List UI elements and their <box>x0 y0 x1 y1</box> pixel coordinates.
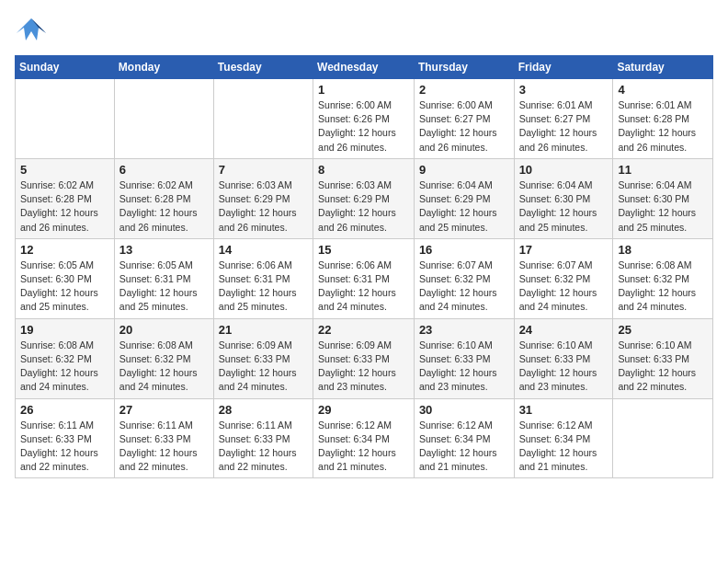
day-number: 10 <box>519 163 609 177</box>
calendar-cell: 30Sunrise: 6:12 AM Sunset: 6:34 PM Dayli… <box>414 398 514 478</box>
day-number: 28 <box>219 403 308 417</box>
day-number: 11 <box>618 163 708 177</box>
day-info: Sunrise: 6:08 AM Sunset: 6:32 PM Dayligh… <box>20 339 109 395</box>
calendar-week-row: 5Sunrise: 6:02 AM Sunset: 6:28 PM Daylig… <box>16 158 713 238</box>
calendar-cell: 7Sunrise: 6:03 AM Sunset: 6:29 PM Daylig… <box>213 158 313 238</box>
day-header-wednesday: Wednesday <box>313 56 415 79</box>
calendar-cell: 31Sunrise: 6:12 AM Sunset: 6:34 PM Dayli… <box>514 398 613 478</box>
day-header-thursday: Thursday <box>414 56 514 79</box>
calendar-cell: 5Sunrise: 6:02 AM Sunset: 6:28 PM Daylig… <box>16 158 115 238</box>
day-number: 21 <box>219 323 308 337</box>
day-number: 17 <box>519 243 609 257</box>
calendar-cell: 24Sunrise: 6:10 AM Sunset: 6:33 PM Dayli… <box>514 318 613 398</box>
day-info: Sunrise: 6:06 AM Sunset: 6:31 PM Dayligh… <box>219 259 308 315</box>
calendar-cell: 25Sunrise: 6:10 AM Sunset: 6:33 PM Dayli… <box>613 318 713 398</box>
day-info: Sunrise: 6:02 AM Sunset: 6:28 PM Dayligh… <box>20 178 109 235</box>
calendar-cell: 1Sunrise: 6:00 AM Sunset: 6:26 PM Daylig… <box>313 79 415 159</box>
calendar-cell: 27Sunrise: 6:11 AM Sunset: 6:33 PM Dayli… <box>114 398 213 478</box>
calendar-cell: 3Sunrise: 6:01 AM Sunset: 6:27 PM Daylig… <box>514 79 613 159</box>
calendar-cell: 20Sunrise: 6:08 AM Sunset: 6:32 PM Dayli… <box>114 318 213 398</box>
day-info: Sunrise: 6:03 AM Sunset: 6:29 PM Dayligh… <box>318 178 409 235</box>
day-info: Sunrise: 6:00 AM Sunset: 6:26 PM Dayligh… <box>318 98 409 155</box>
day-number: 31 <box>519 403 609 417</box>
calendar-cell: 9Sunrise: 6:04 AM Sunset: 6:29 PM Daylig… <box>414 158 514 238</box>
day-number: 6 <box>119 163 209 177</box>
calendar-cell: 10Sunrise: 6:04 AM Sunset: 6:30 PM Dayli… <box>514 158 613 238</box>
calendar-cell: 2Sunrise: 6:00 AM Sunset: 6:27 PM Daylig… <box>414 79 514 159</box>
day-info: Sunrise: 6:10 AM Sunset: 6:33 PM Dayligh… <box>519 339 609 395</box>
day-header-saturday: Saturday <box>613 56 713 79</box>
calendar-cell: 29Sunrise: 6:12 AM Sunset: 6:34 PM Dayli… <box>313 398 415 478</box>
day-number: 3 <box>519 83 609 97</box>
calendar-cell: 14Sunrise: 6:06 AM Sunset: 6:31 PM Dayli… <box>213 238 313 318</box>
day-number: 16 <box>419 243 509 257</box>
day-info: Sunrise: 6:03 AM Sunset: 6:29 PM Dayligh… <box>219 178 308 235</box>
logo <box>15 15 51 48</box>
day-info: Sunrise: 6:04 AM Sunset: 6:30 PM Dayligh… <box>519 178 609 235</box>
day-info: Sunrise: 6:11 AM Sunset: 6:33 PM Dayligh… <box>20 419 109 475</box>
day-number: 24 <box>519 323 609 337</box>
calendar-table: SundayMondayTuesdayWednesdayThursdayFrid… <box>15 55 713 478</box>
day-info: Sunrise: 6:02 AM Sunset: 6:28 PM Dayligh… <box>119 178 209 235</box>
day-info: Sunrise: 6:05 AM Sunset: 6:30 PM Dayligh… <box>20 259 109 315</box>
day-info: Sunrise: 6:05 AM Sunset: 6:31 PM Dayligh… <box>119 259 209 315</box>
calendar-week-row: 1Sunrise: 6:00 AM Sunset: 6:26 PM Daylig… <box>16 79 713 159</box>
day-number: 20 <box>119 323 209 337</box>
day-info: Sunrise: 6:12 AM Sunset: 6:34 PM Dayligh… <box>419 419 509 475</box>
day-header-sunday: Sunday <box>16 56 115 79</box>
day-info: Sunrise: 6:10 AM Sunset: 6:33 PM Dayligh… <box>419 339 509 395</box>
calendar-cell: 6Sunrise: 6:02 AM Sunset: 6:28 PM Daylig… <box>114 158 213 238</box>
day-info: Sunrise: 6:04 AM Sunset: 6:29 PM Dayligh… <box>419 178 509 235</box>
day-number: 7 <box>219 163 308 177</box>
day-info: Sunrise: 6:04 AM Sunset: 6:30 PM Dayligh… <box>618 178 708 235</box>
day-number: 25 <box>618 323 708 337</box>
calendar-cell: 18Sunrise: 6:08 AM Sunset: 6:32 PM Dayli… <box>613 238 713 318</box>
calendar-cell: 15Sunrise: 6:06 AM Sunset: 6:31 PM Dayli… <box>313 238 415 318</box>
calendar-cell: 23Sunrise: 6:10 AM Sunset: 6:33 PM Dayli… <box>414 318 514 398</box>
day-info: Sunrise: 6:12 AM Sunset: 6:34 PM Dayligh… <box>318 419 409 475</box>
day-header-monday: Monday <box>114 56 213 79</box>
day-number: 2 <box>419 83 509 97</box>
day-number: 4 <box>618 83 708 97</box>
calendar-cell: 16Sunrise: 6:07 AM Sunset: 6:32 PM Dayli… <box>414 238 514 318</box>
day-number: 5 <box>20 163 109 177</box>
calendar-cell: 19Sunrise: 6:08 AM Sunset: 6:32 PM Dayli… <box>16 318 115 398</box>
day-info: Sunrise: 6:01 AM Sunset: 6:27 PM Dayligh… <box>519 98 609 155</box>
calendar-cell <box>16 79 115 159</box>
calendar-cell: 8Sunrise: 6:03 AM Sunset: 6:29 PM Daylig… <box>313 158 415 238</box>
calendar-cell: 17Sunrise: 6:07 AM Sunset: 6:32 PM Dayli… <box>514 238 613 318</box>
day-info: Sunrise: 6:06 AM Sunset: 6:31 PM Dayligh… <box>318 259 409 315</box>
day-info: Sunrise: 6:09 AM Sunset: 6:33 PM Dayligh… <box>318 339 409 395</box>
calendar-header-row: SundayMondayTuesdayWednesdayThursdayFrid… <box>16 56 713 79</box>
calendar-week-row: 12Sunrise: 6:05 AM Sunset: 6:30 PM Dayli… <box>16 238 713 318</box>
calendar-cell <box>213 79 313 159</box>
day-info: Sunrise: 6:11 AM Sunset: 6:33 PM Dayligh… <box>119 419 209 475</box>
day-info: Sunrise: 6:12 AM Sunset: 6:34 PM Dayligh… <box>519 419 609 475</box>
calendar-cell: 12Sunrise: 6:05 AM Sunset: 6:30 PM Dayli… <box>16 238 115 318</box>
calendar-cell <box>114 79 213 159</box>
day-number: 12 <box>20 243 109 257</box>
day-number: 29 <box>318 403 409 417</box>
day-number: 19 <box>20 323 109 337</box>
day-number: 13 <box>119 243 209 257</box>
day-number: 26 <box>20 403 109 417</box>
day-info: Sunrise: 6:08 AM Sunset: 6:32 PM Dayligh… <box>119 339 209 395</box>
day-number: 9 <box>419 163 509 177</box>
day-number: 8 <box>318 163 409 177</box>
calendar-week-row: 26Sunrise: 6:11 AM Sunset: 6:33 PM Dayli… <box>16 398 713 478</box>
day-number: 14 <box>219 243 308 257</box>
day-info: Sunrise: 6:10 AM Sunset: 6:33 PM Dayligh… <box>618 339 708 395</box>
calendar-cell <box>613 398 713 478</box>
day-info: Sunrise: 6:09 AM Sunset: 6:33 PM Dayligh… <box>219 339 308 395</box>
day-header-tuesday: Tuesday <box>213 56 313 79</box>
day-info: Sunrise: 6:08 AM Sunset: 6:32 PM Dayligh… <box>618 259 708 315</box>
day-number: 15 <box>318 243 409 257</box>
calendar-cell: 11Sunrise: 6:04 AM Sunset: 6:30 PM Dayli… <box>613 158 713 238</box>
calendar-cell: 28Sunrise: 6:11 AM Sunset: 6:33 PM Dayli… <box>213 398 313 478</box>
page-header <box>15 15 713 48</box>
calendar-cell: 22Sunrise: 6:09 AM Sunset: 6:33 PM Dayli… <box>313 318 415 398</box>
day-number: 27 <box>119 403 209 417</box>
day-info: Sunrise: 6:11 AM Sunset: 6:33 PM Dayligh… <box>219 419 308 475</box>
day-number: 22 <box>318 323 409 337</box>
calendar-cell: 13Sunrise: 6:05 AM Sunset: 6:31 PM Dayli… <box>114 238 213 318</box>
